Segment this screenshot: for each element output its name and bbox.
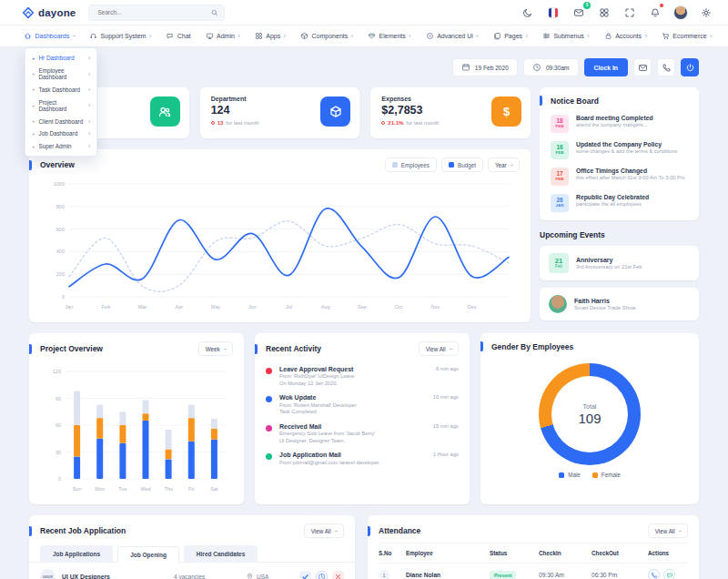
event-card-faith-harris[interactable]: Faith HarrisSmart Device Trade Show <box>540 288 699 320</box>
menu-admin[interactable]: Admin› <box>206 32 240 40</box>
recent-activity-title: Recent Activity <box>266 344 321 353</box>
menu-support-system[interactable]: Support System› <box>89 32 151 40</box>
menu-submenus[interactable]: Submenus› <box>542 32 590 40</box>
menu-accounts[interactable]: Accounts› <box>604 32 647 40</box>
chat-icon[interactable] <box>663 569 675 579</box>
power-button[interactable] <box>681 58 699 76</box>
chevron-right-icon: › <box>238 33 239 39</box>
view-all-button[interactable]: View All› <box>419 341 459 356</box>
gender-by-employees-card: Gender By Employees Total 109 Male Femal… <box>480 333 699 504</box>
notice-item[interactable]: 26JAN Republic Day Celebratedparticipate… <box>540 189 699 216</box>
notifications-bell-icon[interactable] <box>646 4 664 22</box>
legend-employees[interactable]: Employees <box>385 157 437 172</box>
project-overview-bar-chart: 0306090120SunMonTueWedThuFriSat <box>44 362 229 495</box>
pending-clock-icon[interactable] <box>316 571 328 579</box>
menu-advanced-ui[interactable]: Advanced Ui› <box>426 32 479 40</box>
approve-icon[interactable] <box>299 571 311 579</box>
svg-text:Feb: Feb <box>102 304 110 310</box>
tab-job-applications[interactable]: Job Applications <box>40 545 113 562</box>
donut-total-label: Total <box>583 403 597 410</box>
menu-pages[interactable]: Pages› <box>493 32 528 40</box>
notice-item[interactable]: 17FEB Office Timings Changedthis effect … <box>540 163 699 189</box>
time-chip[interactable]: 09:30am <box>523 58 579 76</box>
stats-row: Department 124 13for last month Expenses… <box>29 87 531 138</box>
notice-item[interactable]: 16FEB Updated the Company Policysome cha… <box>540 137 699 163</box>
chevron-right-icon: › <box>88 86 90 93</box>
job-application-tabs: Job Applications Job Opening Hired Candi… <box>29 543 355 563</box>
chevron-right-icon: › <box>351 33 353 39</box>
fullscreen-icon[interactable] <box>621 4 639 22</box>
activity-dot <box>266 368 272 374</box>
dropdown-item-client-dashboard[interactable]: +Client Dashboard› <box>25 115 96 127</box>
year-select[interactable]: Year› <box>488 157 520 172</box>
dark-mode-icon[interactable] <box>519 4 537 22</box>
gender-legend: Male Female <box>480 472 699 478</box>
status-badge: Present <box>490 571 516 579</box>
tab-job-opening[interactable]: Job Opening <box>117 546 179 563</box>
chevron-down-icon: › <box>70 35 76 36</box>
app-logo[interactable]: dayone <box>22 6 76 19</box>
chevron-right-icon: › <box>88 71 90 77</box>
chevron-right-icon: › <box>409 33 410 39</box>
messages-badge: 5 <box>583 2 591 9</box>
mail-button[interactable] <box>633 58 652 76</box>
dropdown-item-hr-dashboard[interactable]: +Hr Dashboard› <box>25 52 96 65</box>
activity-item[interactable]: Leave Approval RequestFrom 'RuthDyer' Ui… <box>255 361 470 390</box>
shortcuts-grid-icon[interactable] <box>595 4 613 22</box>
change-dot <box>381 121 385 125</box>
menu-apps[interactable]: Apps› <box>255 32 286 40</box>
menu-chat[interactable]: Chat <box>166 32 190 40</box>
clock-in-button[interactable]: Clock In <box>584 58 628 76</box>
attendance-table-header: S.No Employee Status CheckIn CheckOut Ac… <box>379 543 688 564</box>
notice-item[interactable]: 18FEB Board meeting Completedattend the … <box>540 110 699 137</box>
overview-title: Overview <box>40 160 75 169</box>
call-icon[interactable] <box>648 569 660 579</box>
dashboards-dropdown-menu: +Hr Dashboard› +Employee Dashboard› +Tas… <box>25 47 97 157</box>
notice-board-title: Notice Board <box>551 96 599 106</box>
logo-text: dayone <box>38 7 76 18</box>
chevron-down-icon: › <box>332 530 339 532</box>
activity-item[interactable]: Wok UpdateFrom 'Robert Marshall' Develop… <box>255 390 470 419</box>
date-chip[interactable]: 19 Feb 2020 <box>452 58 518 76</box>
legend-female[interactable]: Female <box>592 472 621 478</box>
dropdown-item-job-dashboard[interactable]: +Job Dashboard› <box>25 127 96 140</box>
search-icon <box>211 9 218 16</box>
phone-button[interactable] <box>657 58 675 76</box>
reject-icon[interactable] <box>332 571 344 579</box>
dropdown-item-task-dashboard[interactable]: +Task Dashboard› <box>25 84 96 96</box>
week-select[interactable]: Week› <box>198 341 233 356</box>
tab-hired-candidates[interactable]: Hired Candidates <box>184 545 258 562</box>
stat-card-expenses: Expenses $2,7853 21.1%for last month $ <box>370 87 531 138</box>
svg-text:Aug: Aug <box>321 304 330 310</box>
search-input[interactable] <box>96 8 210 16</box>
dropdown-item-super-admin[interactable]: +Super Admin› <box>25 140 96 153</box>
language-flag-icon[interactable] <box>544 4 562 22</box>
job-application-title: Recent Job Application <box>40 526 126 535</box>
event-card-anniversary[interactable]: 21Feb Anniversary3rd Anniversary on 21st… <box>540 246 699 280</box>
date-badge: 16FEB <box>551 141 569 159</box>
chevron-right-icon: › <box>284 33 286 39</box>
svg-text:Nov: Nov <box>431 304 440 310</box>
dropdown-item-project-dashboard[interactable]: +Project Dashboard› <box>25 96 96 115</box>
attendance-row: 1 Diane Nolan Present 09:30 Am 06:30 Pm <box>379 564 688 579</box>
messages-icon[interactable]: 5 <box>570 4 588 22</box>
menu-ecommerce[interactable]: Ecommerce› <box>662 32 713 40</box>
date-badge: 18FEB <box>551 115 569 133</box>
user-avatar[interactable] <box>672 4 690 22</box>
settings-gear-icon[interactable] <box>697 4 715 22</box>
view-all-button[interactable]: View All› <box>648 523 688 538</box>
svg-text:0: 0 <box>58 476 61 482</box>
legend-budget[interactable]: Budget <box>441 157 483 172</box>
dropdown-item-employee-dashboard[interactable]: +Employee Dashboard› <box>25 65 96 84</box>
menu-dashboards[interactable]: Dashboards› <box>24 32 75 40</box>
menu-components[interactable]: Components› <box>300 32 353 40</box>
project-overview-title: Project Overview <box>40 344 103 353</box>
attendance-table: S.No Employee Status CheckIn CheckOut Ac… <box>368 543 699 579</box>
activity-item[interactable]: Received MailEmergency Sick Leave from '… <box>255 418 470 447</box>
activity-item[interactable]: Job Application MailFrom jobmail@gmail.c… <box>255 447 470 469</box>
view-all-button[interactable]: View All› <box>304 523 344 538</box>
chevron-right-icon: › <box>149 33 151 39</box>
svg-text:Wed: Wed <box>140 486 150 492</box>
legend-male[interactable]: Male <box>559 472 581 478</box>
menu-elements[interactable]: Elements› <box>368 32 411 40</box>
